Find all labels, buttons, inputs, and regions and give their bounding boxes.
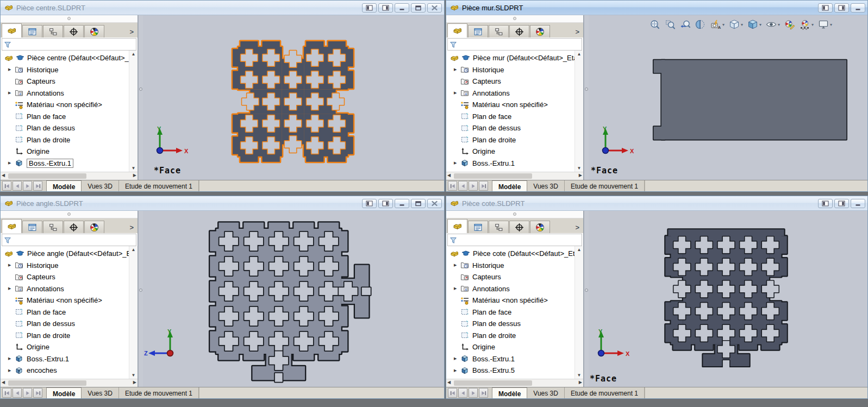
zoom-fit-button[interactable]	[648, 18, 662, 31]
nav-prev-button[interactable]	[13, 388, 22, 398]
tree-item[interactable]: Origine	[446, 146, 583, 158]
part-geometry[interactable]	[644, 57, 852, 143]
tree-item[interactable]: Plan de dessus	[1, 122, 138, 134]
scroll-left-arrow[interactable]: ◀	[2, 380, 5, 385]
tree-item[interactable]: ▶ A Annotations	[446, 283, 583, 295]
tree-item[interactable]: Plan de dessus	[446, 122, 583, 134]
tree-item[interactable]: Plan de face	[1, 111, 138, 123]
expand-arrow-icon[interactable]: ▶	[454, 262, 460, 268]
panel-viewport-splitter[interactable]	[584, 15, 589, 180]
edit-appearance-button[interactable]	[783, 18, 797, 31]
expand-panel-chevron[interactable]: >	[575, 222, 579, 233]
graphics-viewport[interactable]: A▾▾▾▾▾▾ YX *Face	[589, 15, 867, 180]
pane-right-button[interactable]	[834, 3, 849, 12]
tree-item[interactable]: ▶ Boss.-Extru.1	[1, 158, 138, 170]
fm-tab-configurations[interactable]	[43, 221, 63, 233]
tree-item[interactable]: Plan de dessus	[1, 318, 138, 330]
section-view-button[interactable]	[694, 18, 708, 31]
window-titlebar[interactable]: Pièce mur.SLDPRT	[446, 1, 867, 15]
pane-right-button[interactable]	[834, 199, 849, 208]
tree-horizontal-scrollbar[interactable]: ◀ ▶	[1, 379, 138, 387]
fm-tab-features[interactable]	[2, 219, 22, 233]
featuremanager-splitter[interactable]	[1, 211, 138, 218]
scroll-down-arrow[interactable]: ▼	[129, 373, 138, 378]
tree-item[interactable]: ▶ encoches	[1, 365, 138, 377]
fm-tab-dimxpert[interactable]	[509, 221, 529, 233]
tree-item[interactable]: ▶ A Annotations	[1, 283, 138, 295]
part-geometry[interactable]	[224, 36, 361, 167]
tree-item[interactable]: Matériau <non spécifié>	[1, 99, 138, 111]
fm-tab-configurations[interactable]	[489, 221, 509, 233]
tree-vertical-scrollbar[interactable]: ▲ ▼	[129, 246, 138, 379]
scroll-down-arrow[interactable]: ▼	[575, 373, 583, 378]
expand-arrow-icon[interactable]: ▶	[8, 262, 15, 268]
tree-vertical-scrollbar[interactable]: ▲ ▼	[129, 51, 138, 172]
scroll-thumb[interactable]	[454, 173, 532, 179]
nav-first-button[interactable]	[448, 388, 457, 398]
tree-item[interactable]: ▶ Historique	[1, 64, 138, 76]
scroll-thumb[interactable]	[454, 380, 532, 386]
nav-first-button[interactable]	[2, 388, 11, 398]
tree-item[interactable]: Plan de face	[1, 306, 138, 318]
expand-arrow-icon[interactable]: ▶	[454, 286, 460, 291]
graphics-viewport[interactable]: YX *Face	[143, 15, 444, 180]
pane-left-button[interactable]	[818, 199, 833, 208]
minimize-button[interactable]	[851, 199, 865, 208]
nav-next-button[interactable]	[469, 388, 478, 398]
filter-input[interactable]	[13, 235, 136, 246]
tree-item[interactable]: Capteurs	[1, 76, 138, 87]
dropdown-caret-icon[interactable]: ▾	[741, 22, 743, 27]
scroll-right-arrow[interactable]: ▶	[579, 173, 582, 178]
close-button[interactable]	[427, 199, 442, 208]
minimize-button[interactable]	[395, 199, 409, 208]
featuremanager-splitter[interactable]	[446, 211, 583, 218]
expand-arrow-icon[interactable]: ▶	[8, 160, 15, 166]
expand-arrow-icon[interactable]: ▶	[454, 90, 460, 96]
pane-right-button[interactable]	[378, 199, 393, 208]
hide-show-button[interactable]: ▾	[764, 18, 782, 31]
tree-item[interactable]: Capteurs	[446, 271, 583, 283]
part-geometry[interactable]	[201, 216, 376, 385]
zoom-area-button[interactable]	[663, 18, 677, 31]
fm-tab-properties[interactable]	[468, 25, 488, 37]
fm-tab-dimxpert[interactable]	[64, 221, 84, 233]
dropdown-caret-icon[interactable]: ▾	[830, 22, 832, 27]
annotation-views-button[interactable]: A▾	[709, 18, 726, 31]
fm-tab-features[interactable]	[447, 23, 467, 37]
tab-motion-study[interactable]: Etude de mouvement 1	[119, 180, 199, 191]
tree-item[interactable]: ▶ A Annotations	[446, 87, 583, 99]
tree-root-item[interactable]: Pièce centre (Défaut<<Défaut>_Et	[1, 52, 138, 64]
fm-tab-display[interactable]	[530, 25, 550, 37]
tree-horizontal-scrollbar[interactable]: ◀ ▶	[446, 172, 583, 180]
panel-viewport-splitter[interactable]	[138, 15, 143, 180]
dropdown-caret-icon[interactable]: ▾	[811, 22, 814, 27]
tree-item[interactable]: Matériau <non spécifié>	[446, 295, 583, 306]
window-titlebar[interactable]: Pièce centre.SLDPRT	[1, 1, 444, 15]
expand-arrow-icon[interactable]: ▶	[8, 356, 15, 361]
apply-scene-button[interactable]: ▾	[798, 18, 815, 31]
fm-tab-features[interactable]	[2, 23, 22, 37]
tree-item[interactable]: Capteurs	[1, 271, 138, 283]
expand-arrow-icon[interactable]: ▶	[8, 286, 15, 291]
nav-first-button[interactable]	[448, 181, 457, 191]
scroll-left-arrow[interactable]: ◀	[447, 380, 451, 385]
window-titlebar[interactable]: Pièce angle.SLDPRT	[1, 196, 444, 211]
dropdown-caret-icon[interactable]: ▾	[759, 22, 761, 27]
tab-model[interactable]: Modèle	[46, 180, 82, 191]
tree-item[interactable]: ▶ Boss.-Extru.1	[1, 353, 138, 365]
fm-tab-configurations[interactable]	[43, 25, 63, 37]
tree-item[interactable]: ▶ Boss.-Extru.5	[446, 365, 583, 377]
tree-item[interactable]: Plan de droite	[446, 134, 583, 146]
scroll-left-arrow[interactable]: ◀	[447, 173, 451, 178]
scroll-down-arrow[interactable]: ▼	[575, 166, 583, 171]
tree-item[interactable]: Origine	[446, 341, 583, 353]
fm-tab-properties[interactable]	[22, 221, 42, 233]
minimize-button[interactable]	[395, 3, 409, 12]
graphics-viewport[interactable]: YX *Face	[589, 211, 867, 387]
pane-right-button[interactable]	[378, 3, 393, 12]
filter-input[interactable]	[459, 39, 582, 50]
fm-tab-features[interactable]	[447, 219, 467, 233]
scroll-up-arrow[interactable]: ▲	[575, 247, 583, 252]
fm-tab-dimxpert[interactable]	[509, 25, 529, 37]
nav-first-button[interactable]	[2, 181, 11, 191]
